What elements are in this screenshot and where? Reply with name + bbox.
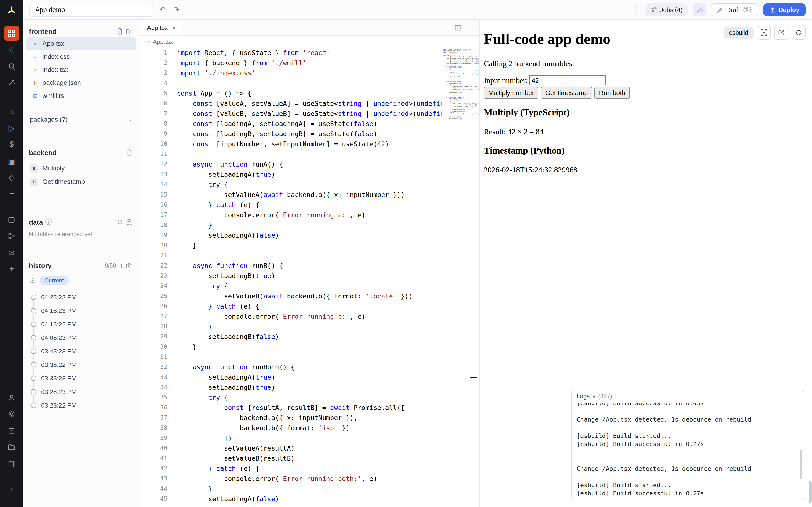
apps-grid-icon[interactable]: ▦	[4, 456, 19, 471]
timeline-dot-icon	[31, 389, 36, 394]
kebab-menu-icon[interactable]: ⋮	[630, 5, 640, 14]
windmill-logo-icon[interactable]	[4, 3, 19, 18]
folders-icon[interactable]	[4, 439, 19, 455]
redo-icon[interactable]: ↷	[172, 5, 181, 14]
breadcrumb[interactable]: › App.tsx	[139, 36, 479, 48]
add-table-db-icon[interactable]	[126, 219, 133, 226]
line-number: 44	[139, 484, 177, 494]
history-add-icon[interactable]: +	[119, 262, 123, 269]
history-entry[interactable]: 04:08:23 PM	[23, 331, 139, 344]
run-both-button[interactable]: Run both	[595, 87, 630, 99]
apps-icon[interactable]	[4, 25, 19, 41]
data-info-icon: ⓘ	[45, 218, 52, 226]
timestamp-heading: Timestamp (Python)	[484, 145, 802, 156]
current-chip[interactable]: Current	[40, 276, 69, 285]
json-braces-icon: {}	[32, 80, 39, 86]
file-item-index.css[interactable]: #index.css	[26, 50, 136, 63]
account-person-icon[interactable]	[4, 390, 19, 406]
history-entry[interactable]: 03:33:23 PM	[23, 371, 139, 385]
runs-play-icon[interactable]: ▷	[4, 120, 19, 136]
new-folder-icon[interactable]	[126, 28, 133, 35]
draft-button[interactable]: Draft ⌘S	[711, 3, 758, 16]
multiply-number-button[interactable]: Multiply number	[484, 87, 539, 99]
log-line: [esbuild] Build started...	[576, 481, 799, 489]
code-line: 37 backend.a({ x: inputNumber }),	[139, 413, 479, 423]
settings-gear-icon[interactable]	[4, 406, 19, 422]
line-number: 12	[139, 159, 177, 169]
history-entry[interactable]: 03:38:22 PM	[23, 358, 139, 371]
file-item-App.tsx[interactable]: ●App.tsx	[26, 37, 136, 50]
wmill-table-icon: ▤	[32, 93, 39, 99]
jobs-button[interactable]: Jobs (4)	[645, 3, 688, 16]
workspace-box-icon[interactable]	[4, 423, 19, 439]
timestamp-value: 2026-02-18T15:24:32.829968	[484, 165, 802, 175]
search-icon[interactable]	[4, 58, 19, 74]
refresh-icon[interactable]	[792, 25, 806, 40]
variables-dollar-icon[interactable]: $	[4, 137, 19, 152]
tab-app-tsx[interactable]: App.tsx ×	[139, 20, 182, 35]
backend-add-icon[interactable]: +	[120, 149, 124, 156]
code-line: 13 setLoadingA(true)	[139, 169, 479, 180]
split-columns-icon[interactable]	[454, 24, 461, 31]
code-line: 26 } catch (e) {	[139, 301, 479, 312]
deploy-button[interactable]: Deploy	[763, 3, 806, 16]
line-number: 9	[139, 129, 177, 139]
history-snapshot-camera-icon[interactable]	[126, 262, 133, 269]
history-entry[interactable]: 03:23:22 PM	[23, 398, 139, 412]
file-item-wmill.ts[interactable]: ▤wmill.ts	[26, 89, 136, 102]
data-title: data	[29, 218, 43, 226]
add-new-icon[interactable]: +	[4, 261, 19, 277]
preview-scrollbar[interactable]	[809, 481, 812, 503]
favorites-star-icon[interactable]: ☆	[4, 42, 19, 57]
new-file-icon[interactable]	[116, 28, 123, 35]
frontend-title: frontend	[29, 27, 57, 35]
packages-chevron-icon: ›	[130, 116, 132, 123]
code-line: 33 setLoadingA(true)	[139, 372, 479, 382]
logs-body[interactable]: [esbuild] Build successful in 0.45sChang…	[572, 403, 804, 500]
get-timestamp-button[interactable]: Get timestamp	[541, 87, 592, 99]
file-item-package.json[interactable]: {}package.json	[26, 76, 136, 89]
log-line: [esbuild] Build started...	[576, 432, 799, 440]
file-item-index.tsx[interactable]: ●index.tsx	[26, 63, 136, 76]
logs-chevron-icon[interactable]: ∨	[592, 394, 596, 399]
split-handle[interactable]	[470, 377, 477, 378]
log-line: Change /App.tsx detected, 1s debounce on…	[576, 464, 799, 473]
schemas-layers-icon[interactable]: ≡	[4, 186, 19, 201]
triggers-branch-icon[interactable]	[4, 228, 19, 244]
timeline-dot-icon	[31, 308, 36, 313]
flows-diamond-icon[interactable]: ◇	[4, 169, 19, 185]
history-timeline: 04:23:23 PM04:18:23 PM04:13:22 PM04:08:2…	[23, 290, 139, 412]
history-entry[interactable]: 04:18:23 PM	[23, 304, 139, 317]
backend-new-file-icon[interactable]	[126, 149, 133, 156]
number-input[interactable]	[529, 75, 606, 86]
ai-assistant-button[interactable]	[693, 3, 706, 16]
editor-more-icon[interactable]: ⋯	[467, 24, 474, 32]
history-timestamp: 04:08:23 PM	[41, 334, 77, 341]
tab-close-icon[interactable]: ×	[172, 24, 176, 31]
minimap[interactable]: import React, { useState } from 'react'i…	[443, 49, 479, 507]
code-line: 32 async function runBoth() {	[139, 362, 479, 372]
packages-row[interactable]: packages (7) ›	[23, 113, 139, 125]
collapse-chevron-icon[interactable]: ›	[4, 481, 19, 496]
schedules-calendar-icon[interactable]	[4, 212, 19, 227]
code-line: 35 try {	[139, 393, 479, 403]
undo-icon[interactable]: ↶	[158, 5, 167, 14]
inspect-select-icon[interactable]	[757, 25, 771, 40]
logs-scrollbar[interactable]	[800, 450, 802, 480]
history-current-row[interactable]: Current	[23, 276, 139, 285]
history-entry[interactable]: 03:28:23 PM	[23, 385, 139, 398]
logs-header[interactable]: Logs ∨ (327)	[572, 390, 804, 403]
code-area[interactable]: 1import React, { useState } from 'react'…	[139, 48, 479, 507]
ai-wand-icon[interactable]	[4, 75, 19, 90]
resources-boxes-icon[interactable]: ▣	[4, 153, 19, 169]
history-entry[interactable]: 03:43:23 PM	[23, 344, 139, 358]
inbox-mail-icon[interactable]: ✉	[4, 245, 19, 260]
backend-item-Multiply[interactable]: aMultiply	[23, 161, 139, 175]
app-name-input[interactable]	[30, 3, 153, 17]
home-icon[interactable]: ⌂	[4, 104, 19, 119]
backend-item-Get timestamp[interactable]: bGet timestamp	[23, 175, 139, 188]
history-entry[interactable]: 04:23:23 PM	[23, 290, 139, 304]
open-external-icon[interactable]	[774, 25, 788, 40]
data-settings-gear-icon[interactable]	[116, 219, 123, 225]
history-entry[interactable]: 04:13:22 PM	[23, 317, 139, 331]
